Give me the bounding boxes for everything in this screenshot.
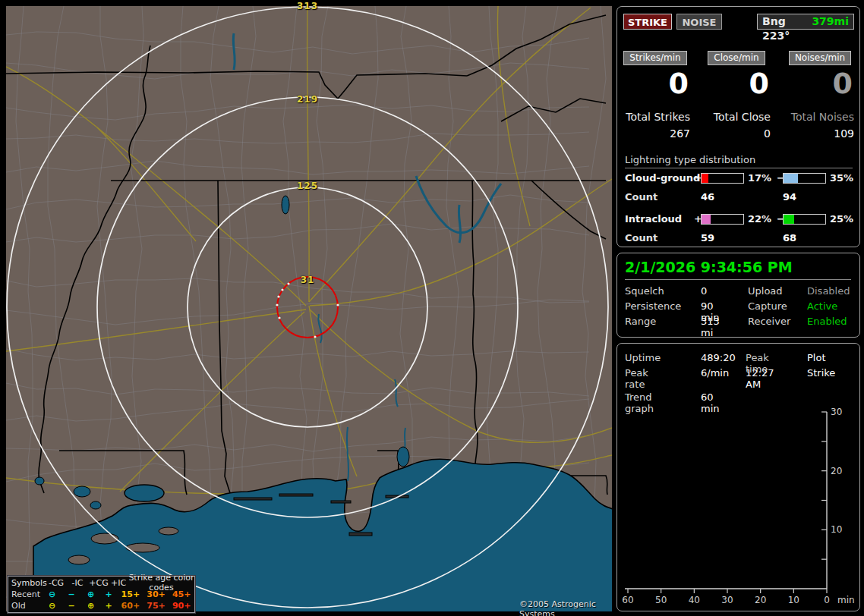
- total-close-value: 0: [702, 127, 771, 140]
- receiver-label: Receiver: [748, 316, 790, 327]
- noises-rate-value: 0: [786, 67, 854, 100]
- bearing-range: 379mi: [812, 14, 849, 29]
- age-15: 15+: [118, 589, 143, 599]
- legend-col-neg-cg: -CG: [46, 578, 66, 588]
- receiver-value: Enabled: [807, 316, 847, 327]
- upload-label: Upload: [748, 285, 783, 297]
- lightning-distribution: Lightning type distribution Cloud-ground…: [625, 154, 853, 168]
- cg-pos-count: 46: [701, 191, 714, 203]
- age-90: 90+: [169, 601, 194, 611]
- strike-map[interactable]: 313 219 125 31 Symbols -CG -IC +CG +IC S…: [6, 6, 612, 611]
- capture-label: Capture: [748, 300, 787, 312]
- noises-per-min-button[interactable]: Noises/min: [789, 51, 851, 65]
- capture-value: Active: [807, 300, 837, 312]
- ic-neg-count: 68: [783, 232, 796, 244]
- age-30: 30+: [143, 589, 169, 599]
- total-noises-value: 109: [786, 127, 854, 140]
- neg-cg-recent-icon: ⊖: [43, 589, 61, 599]
- svg-text:30: 30: [721, 595, 733, 605]
- close-rate-value: 0: [702, 67, 771, 100]
- legend-col-pos-ic: +IC: [109, 578, 128, 588]
- strike-stats-panel: STRIKE NOISE Bng 223° 379mi Strikes/min …: [616, 6, 860, 247]
- copyright-text: ©2005 Astrogenic Systems: [519, 599, 612, 616]
- svg-text:30: 30: [831, 407, 842, 417]
- ic-pos-bar: [701, 214, 744, 225]
- trend-panel: Uptime 489:20 Peak time Plot Peak rate 6…: [616, 343, 860, 611]
- range-ring-label-125: 125: [297, 181, 318, 191]
- svg-text:20: 20: [831, 466, 842, 476]
- range-value: 313 mi: [701, 316, 720, 338]
- bearing-display: Bng 223° 379mi: [757, 14, 854, 30]
- pos-ic-recent-icon: +: [99, 589, 118, 599]
- range-ring-label-313: 313: [297, 1, 318, 11]
- pos-ic-old-icon: +: [99, 601, 118, 611]
- peak-rate-value: 6/min: [701, 367, 729, 379]
- distribution-title: Lightning type distribution: [625, 154, 853, 168]
- peak-rate-label: Peak rate: [625, 367, 648, 390]
- bearing-value: Bng 223°: [762, 14, 812, 29]
- cg-pos-pct: 17%: [748, 172, 771, 184]
- strikes-rate-value: 0: [620, 67, 690, 100]
- cg-pos-bar: [701, 173, 744, 184]
- age-60: 60+: [118, 601, 143, 611]
- svg-text:40: 40: [689, 595, 700, 605]
- intracloud-label: Intracloud: [625, 213, 682, 225]
- upload-value: Disabled: [807, 285, 850, 297]
- neg-ic-old-icon: −: [61, 601, 81, 611]
- strike-button[interactable]: STRIKE: [623, 14, 672, 30]
- noise-button[interactable]: NOISE: [676, 14, 722, 30]
- range-ring-label-219: 219: [297, 94, 318, 105]
- total-strikes-value: 267: [620, 127, 690, 140]
- squelch-value: 0: [701, 285, 707, 297]
- pos-cg-old-icon: ⊕: [82, 601, 100, 611]
- ic-neg-bar: [783, 214, 826, 225]
- legend-symbols-header: Symbols: [11, 578, 46, 588]
- legend-row-old-label: Old: [11, 601, 43, 611]
- total-strikes-label: Total Strikes: [620, 111, 690, 123]
- trend-graph: 1020306050403020100min: [617, 404, 859, 609]
- total-noises-label: Total Noises: [786, 111, 854, 123]
- datetime-display: 2/1/2026 9:34:56 PM: [625, 259, 851, 280]
- neg-ic-recent-icon: −: [61, 589, 81, 599]
- legend-col-neg-ic: -IC: [66, 578, 89, 588]
- neg-cg-old-icon: ⊖: [43, 601, 61, 611]
- range-ring-label-31: 31: [301, 275, 315, 285]
- cg-neg-pct: 35%: [830, 172, 853, 184]
- svg-text:50: 50: [655, 595, 667, 605]
- svg-text:20: 20: [755, 595, 766, 605]
- age-45: 45+: [169, 589, 194, 599]
- ic-pos-count: 59: [701, 232, 714, 244]
- count-label: Count: [625, 232, 657, 244]
- svg-text:60: 60: [622, 595, 633, 605]
- plot-value: Strike: [807, 367, 835, 379]
- svg-text:10: 10: [788, 595, 799, 605]
- cg-neg-bar: [783, 173, 826, 184]
- persistence-label: Persistence: [625, 300, 681, 312]
- age-75: 75+: [143, 601, 169, 611]
- cloud-ground-label: Cloud-ground: [625, 172, 700, 184]
- symbols-legend: Symbols -CG -IC +CG +IC Strike age color…: [8, 576, 195, 613]
- cg-neg-count: 94: [783, 191, 796, 203]
- ic-neg-pct: 25%: [830, 213, 853, 225]
- total-close-label: Total Close: [702, 111, 771, 123]
- uptime-value: 489:20: [701, 352, 736, 363]
- legend-col-pos-cg: +CG: [89, 578, 109, 588]
- svg-text:min: min: [837, 595, 855, 605]
- uptime-label: Uptime: [625, 352, 661, 363]
- range-label: Range: [625, 316, 656, 327]
- ic-pos-pct: 22%: [748, 213, 771, 225]
- close-per-min-button[interactable]: Close/min: [708, 51, 765, 65]
- svg-text:10: 10: [831, 524, 842, 535]
- legend-row-recent-label: Recent: [11, 589, 43, 599]
- system-status-panel: 2/1/2026 9:34:56 PM Squelch 0 Upload Dis…: [616, 253, 860, 338]
- strikes-per-min-button[interactable]: Strikes/min: [623, 51, 686, 65]
- svg-text:0: 0: [824, 595, 830, 605]
- peak-time-value: 12:27 AM: [746, 367, 774, 390]
- plot-label: Plot: [807, 352, 826, 363]
- squelch-label: Squelch: [625, 285, 664, 297]
- pos-cg-recent-icon: ⊕: [82, 589, 100, 599]
- count-label: Count: [625, 191, 657, 203]
